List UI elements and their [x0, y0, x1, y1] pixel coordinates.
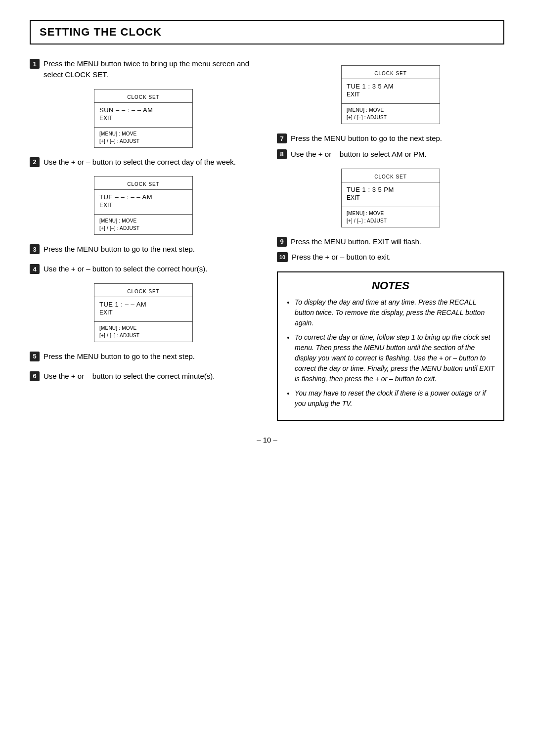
- lcd5-exit: EXIT: [347, 194, 435, 201]
- lcd-box-1: CLOCK SET SUN – – : – – AM EXIT [MENU] :…: [94, 89, 193, 148]
- step-text-2: Use the + or – button to select the corr…: [44, 157, 236, 168]
- lcd3-menu: [MENU] : MOVE: [99, 324, 187, 332]
- lcd4-adjust: [+] / [–] : ADJUST: [347, 114, 435, 121]
- lcd2-title: CLOCK SET: [127, 181, 160, 187]
- step-2: 2 Use the + or – button to select the co…: [30, 157, 257, 168]
- step-text-9: Press the MENU button. EXIT will flash.: [291, 236, 421, 247]
- lcd5-top: CLOCK SET: [342, 169, 440, 182]
- lcd5-time: TUE 1 : 3 5 PM: [347, 186, 435, 193]
- step-text-5: Press the MENU button to go to the next …: [44, 351, 195, 362]
- page-title: SETTING THE CLOCK: [40, 26, 494, 39]
- step-text-6: Use the + or – button to select the corr…: [44, 371, 215, 382]
- lcd1-adjust: [+] / [–] : ADJUST: [99, 137, 187, 145]
- step-num-9: 9: [277, 237, 287, 247]
- step-7: 7 Press the MENU button to go to the nex…: [277, 133, 504, 144]
- step-text-7: Press the MENU button to go to the next …: [291, 133, 442, 144]
- lcd2-middle: TUE – – : – – AM EXIT: [94, 190, 192, 211]
- step-num-8: 8: [277, 149, 287, 159]
- lcd1-middle: SUN – – : – – AM EXIT: [94, 103, 192, 124]
- step-text-1: Press the MENU button twice to bring up …: [44, 58, 257, 80]
- lcd1-title: CLOCK SET: [127, 94, 160, 100]
- page-title-box: SETTING THE CLOCK: [30, 20, 504, 44]
- notes-item-1: To display the day and time at any time.…: [295, 297, 495, 328]
- lcd2-top: CLOCK SET: [94, 177, 192, 190]
- lcd2-adjust: [+] / [–] : ADJUST: [99, 224, 187, 232]
- lcd5-adjust: [+] / [–] : ADJUST: [347, 217, 435, 224]
- step-5: 5 Press the MENU button to go to the nex…: [30, 351, 257, 362]
- lcd-box-5: CLOCK SET TUE 1 : 3 5 PM EXIT [MENU] : M…: [341, 169, 440, 227]
- lcd3-bottom: [MENU] : MOVE [+] / [–] : ADJUST: [94, 321, 192, 342]
- step-num-6: 6: [30, 371, 40, 381]
- step-num-4: 4: [30, 264, 40, 274]
- lcd2-time: TUE – – : – – AM: [99, 193, 187, 201]
- lcd3-exit: EXIT: [99, 309, 187, 316]
- notes-title: NOTES: [286, 279, 495, 292]
- lcd3-adjust: [+] / [–] : ADJUST: [99, 332, 187, 339]
- lcd4-time: TUE 1 : 3 5 AM: [347, 83, 435, 90]
- step-num-2: 2: [30, 157, 40, 167]
- step-8: 8 Use the + or – button to select AM or …: [277, 149, 504, 160]
- lcd4-bottom: [MENU] : MOVE [+] / [–] : ADJUST: [342, 103, 440, 124]
- lcd5-menu: [MENU] : MOVE: [347, 210, 435, 217]
- lcd3-title: CLOCK SET: [127, 289, 160, 294]
- main-content: 1 Press the MENU button twice to bring u…: [30, 58, 504, 421]
- step-text-10: Press the + or – button to exit.: [292, 252, 391, 263]
- notes-item-2: To correct the day or time, follow step …: [295, 332, 495, 384]
- lcd2-exit: EXIT: [99, 202, 187, 209]
- lcd3-time: TUE 1 : – – AM: [99, 301, 187, 308]
- lcd-container-3: CLOCK SET TUE 1 : – – AM EXIT [MENU] : M…: [30, 283, 257, 342]
- step-1: 1 Press the MENU button twice to bring u…: [30, 58, 257, 80]
- lcd-box-2: CLOCK SET TUE – – : – – AM EXIT [MENU] :…: [94, 176, 193, 235]
- step-num-5: 5: [30, 352, 40, 361]
- step-10: 10 Press the + or – button to exit.: [277, 252, 504, 263]
- step-text-3: Press the MENU button to go to the next …: [44, 244, 195, 255]
- lcd1-exit: EXIT: [99, 115, 187, 122]
- step-text-8: Use the + or – button to select AM or PM…: [291, 149, 427, 160]
- step-4: 4 Use the + or – button to select the co…: [30, 264, 257, 274]
- lcd4-exit: EXIT: [347, 91, 435, 98]
- lcd-box-3: CLOCK SET TUE 1 : – – AM EXIT [MENU] : M…: [94, 283, 193, 342]
- left-column: 1 Press the MENU button twice to bring u…: [30, 58, 257, 390]
- lcd2-menu: [MENU] : MOVE: [99, 217, 187, 224]
- step-text-4: Use the + or – button to select the corr…: [44, 264, 207, 274]
- right-column: CLOCK SET TUE 1 : 3 5 AM EXIT [MENU] : M…: [277, 58, 504, 421]
- step-num-1: 1: [30, 59, 40, 69]
- lcd5-bottom: [MENU] : MOVE [+] / [–] : ADJUST: [342, 207, 440, 227]
- lcd-container-5: CLOCK SET TUE 1 : 3 5 PM EXIT [MENU] : M…: [277, 169, 504, 227]
- lcd4-title: CLOCK SET: [374, 71, 407, 76]
- page-number: – 10 –: [30, 436, 504, 444]
- step-num-7: 7: [277, 133, 287, 143]
- lcd-container-1: CLOCK SET SUN – – : – – AM EXIT [MENU] :…: [30, 89, 257, 148]
- notes-list: To display the day and time at any time.…: [286, 297, 495, 409]
- lcd-box-4: CLOCK SET TUE 1 : 3 5 AM EXIT [MENU] : M…: [341, 65, 440, 124]
- step-9: 9 Press the MENU button. EXIT will flash…: [277, 236, 504, 247]
- step-num-3: 3: [30, 244, 40, 254]
- step-3: 3 Press the MENU button to go to the nex…: [30, 244, 257, 255]
- step-num-10: 10: [277, 252, 288, 262]
- lcd-container-4: CLOCK SET TUE 1 : 3 5 AM EXIT [MENU] : M…: [277, 65, 504, 124]
- lcd1-menu: [MENU] : MOVE: [99, 130, 187, 137]
- lcd1-bottom: [MENU] : MOVE [+] / [–] : ADJUST: [94, 127, 192, 147]
- lcd1-time: SUN – – : – – AM: [99, 106, 187, 114]
- lcd3-top: CLOCK SET: [94, 284, 192, 297]
- lcd-container-2: CLOCK SET TUE – – : – – AM EXIT [MENU] :…: [30, 176, 257, 235]
- lcd4-top: CLOCK SET: [342, 66, 440, 79]
- lcd2-bottom: [MENU] : MOVE [+] / [–] : ADJUST: [94, 214, 192, 234]
- lcd5-middle: TUE 1 : 3 5 PM EXIT: [342, 182, 440, 204]
- lcd4-menu: [MENU] : MOVE: [347, 106, 435, 114]
- lcd3-middle: TUE 1 : – – AM EXIT: [94, 297, 192, 318]
- lcd4-middle: TUE 1 : 3 5 AM EXIT: [342, 79, 440, 100]
- step-6: 6 Use the + or – button to select the co…: [30, 371, 257, 382]
- lcd1-top: CLOCK SET: [94, 89, 192, 103]
- lcd5-title: CLOCK SET: [374, 174, 407, 179]
- notes-item-3: You may have to reset the clock if there…: [295, 388, 495, 409]
- notes-box: NOTES To display the day and time at any…: [277, 271, 504, 421]
